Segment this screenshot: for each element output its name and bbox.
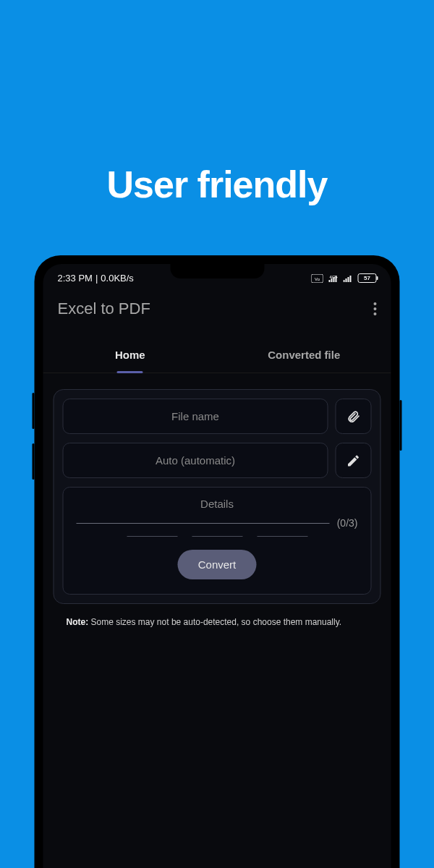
phone-screen: 2:33 PM | 0.0KB/s Vo 4G+ 57 Excel to PDF — [43, 264, 391, 868]
content-area: File name Auto (automatic) Details ( — [43, 373, 391, 656]
mode-row: Auto (automatic) — [63, 443, 372, 478]
conversion-card: File name Auto (automatic) Details ( — [54, 389, 381, 604]
convert-button[interactable]: Convert — [178, 550, 257, 579]
status-speed: 0.0KB/s — [101, 273, 134, 284]
filename-input[interactable]: File name — [63, 399, 328, 434]
status-right: Vo 4G+ 57 — [312, 273, 377, 283]
status-left: 2:33 PM | 0.0KB/s — [58, 273, 134, 284]
svg-text:Vo: Vo — [315, 277, 320, 281]
network-4g-icon: 4G+ — [328, 274, 339, 283]
progress-counter: (0/3) — [337, 517, 358, 529]
svg-rect-6 — [336, 276, 337, 282]
edit-button[interactable] — [336, 443, 372, 478]
pencil-icon — [346, 454, 361, 468]
app-header: Excel to PDF — [43, 289, 391, 340]
progress-row: (0/3) — [77, 517, 358, 529]
svg-rect-7 — [344, 280, 345, 282]
phone-side-button — [33, 393, 35, 429]
segment — [257, 536, 307, 537]
svg-rect-9 — [348, 277, 349, 282]
details-label: Details — [77, 498, 358, 510]
phone-side-button — [33, 443, 35, 480]
attach-file-button[interactable] — [336, 399, 372, 434]
tab-home[interactable]: Home — [43, 340, 218, 373]
filename-row: File name — [63, 399, 372, 434]
overflow-menu-button[interactable] — [374, 302, 377, 315]
details-box: Details (0/3) Convert — [63, 487, 372, 595]
progress-segments — [77, 536, 358, 537]
svg-rect-5 — [333, 277, 335, 282]
status-separator: | — [95, 273, 98, 284]
note-text: Note: Some sizes may not be auto-detecte… — [54, 604, 381, 640]
svg-rect-10 — [350, 276, 352, 282]
phone-notch — [170, 264, 264, 278]
phone-side-button — [400, 400, 402, 451]
mode-select[interactable]: Auto (automatic) — [63, 443, 328, 478]
volte-icon: Vo — [312, 274, 323, 283]
app-title: Excel to PDF — [58, 299, 150, 318]
tab-converted-file[interactable]: Converted file — [217, 340, 391, 373]
battery-icon: 57 — [358, 273, 377, 283]
signal-icon — [344, 274, 354, 283]
note-prefix: Note: — [67, 617, 89, 627]
paperclip-icon — [346, 409, 361, 425]
status-time: 2:33 PM — [58, 273, 93, 284]
segment — [127, 536, 177, 537]
tabs: Home Converted file — [43, 340, 391, 373]
note-body: Some sizes may not be auto-detected, so … — [88, 617, 341, 627]
svg-rect-4 — [331, 278, 333, 282]
progress-line — [77, 523, 330, 524]
segment — [192, 536, 242, 537]
hero-title: User friendly — [0, 163, 434, 206]
svg-rect-3 — [329, 280, 331, 282]
svg-rect-8 — [346, 278, 347, 282]
phone-frame: 2:33 PM | 0.0KB/s Vo 4G+ 57 Excel to PDF — [35, 255, 400, 868]
